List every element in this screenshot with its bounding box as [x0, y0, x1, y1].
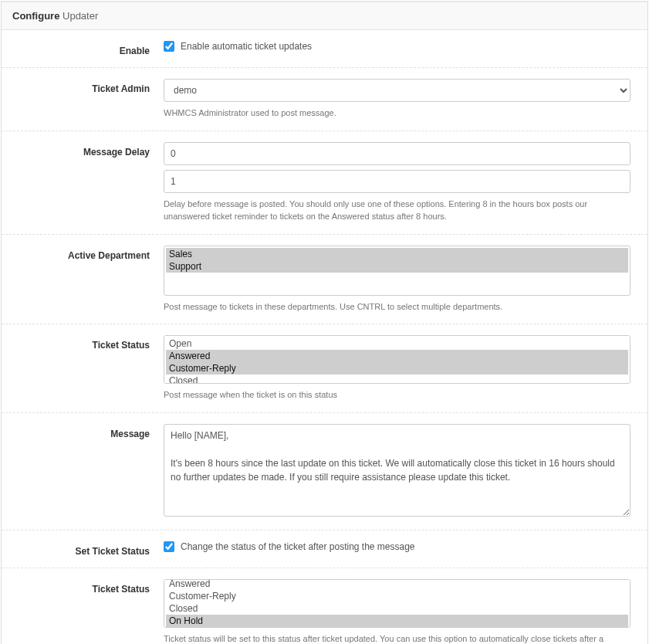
set-status-checkbox-wrap[interactable]: Change the status of the ticket after po… [164, 541, 630, 552]
enable-checkbox-label: Enable automatic ticket updates [181, 41, 312, 52]
row-ticket-status-2: Ticket Status OpenAnsweredCustomer-Reply… [2, 568, 647, 645]
row-ticket-admin: Ticket Admin demo WHMCS Administrator us… [2, 68, 647, 131]
row-enable: Enable Enable automatic ticket updates [2, 30, 647, 68]
label-active-department: Active Department [9, 246, 164, 314]
select-option[interactable]: Sales [166, 248, 628, 260]
ticket-status-select-1[interactable]: OpenAnsweredCustomer-ReplyClosedOn Hold [164, 335, 630, 384]
select-option[interactable]: Open [166, 337, 628, 350]
row-set-status: Set Ticket Status Change the status of t… [2, 530, 647, 568]
ticket-status-1-help: Post message when the ticket is on this … [164, 388, 630, 402]
select-option[interactable]: Customer-Reply [166, 590, 628, 602]
enable-checkbox[interactable] [164, 41, 174, 52]
header-suffix: Updater [63, 10, 98, 22]
set-status-checkbox-label: Change the status of the ticket after po… [181, 541, 415, 552]
panel-body: Enable Enable automatic ticket updates T… [2, 30, 647, 644]
label-message: Message [9, 424, 164, 519]
select-option[interactable]: Closed [166, 602, 628, 615]
message-delay-help: Delay before message is posted. You shou… [164, 198, 630, 223]
enable-checkbox-wrap[interactable]: Enable automatic ticket updates [164, 41, 630, 52]
row-ticket-status-1: Ticket Status OpenAnsweredCustomer-Reply… [2, 324, 647, 413]
message-delay-input-2[interactable] [164, 170, 630, 193]
configure-panel: Configure Updater Enable Enable automati… [1, 1, 648, 644]
select-option[interactable]: On Hold [166, 615, 628, 627]
message-textarea[interactable]: Hello [NAME], It's been 8 hours since th… [164, 424, 630, 517]
label-ticket-status-1: Ticket Status [9, 335, 164, 402]
ticket-status-2-help: Ticket status will be set to this status… [164, 632, 630, 645]
message-delay-input-1[interactable] [164, 142, 630, 165]
ticket-status-select-2[interactable]: OpenAnsweredCustomer-ReplyClosedOn Hold [164, 579, 630, 628]
row-message-delay: Message Delay Delay before message is po… [2, 131, 647, 235]
label-ticket-status-2: Ticket Status [9, 579, 164, 645]
label-ticket-admin: Ticket Admin [9, 79, 164, 120]
select-option[interactable]: Answered [166, 579, 628, 590]
select-option[interactable]: Support [166, 260, 628, 273]
select-option[interactable]: Answered [166, 350, 628, 362]
ticket-admin-select[interactable]: demo [164, 79, 630, 102]
label-enable: Enable [9, 41, 164, 56]
row-active-department: Active Department SalesSupport Post mess… [2, 235, 647, 325]
header-prefix: Configure [12, 10, 59, 22]
set-status-checkbox[interactable] [164, 541, 174, 552]
panel-header: Configure Updater [2, 2, 647, 30]
row-message: Message Hello [NAME], It's been 8 hours … [2, 413, 647, 530]
label-set-status: Set Ticket Status [9, 541, 164, 557]
ticket-admin-help: WHMCS Administrator used to post message… [164, 107, 630, 120]
active-department-help: Post message to tickets in these departm… [164, 300, 630, 314]
active-department-select[interactable]: SalesSupport [164, 246, 630, 296]
select-option[interactable]: Closed [166, 375, 628, 384]
select-option[interactable]: Customer-Reply [166, 362, 628, 375]
label-message-delay: Message Delay [9, 142, 164, 223]
